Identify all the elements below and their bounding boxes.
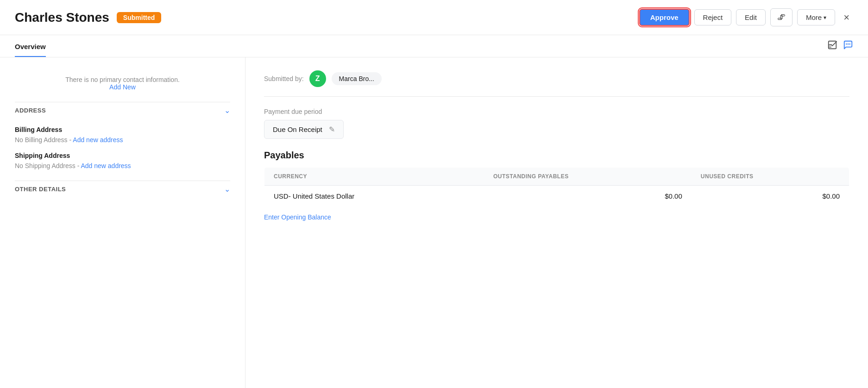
table-header-row: CURRENCY OUTSTANDING PAYABLES UNUSED CRE… bbox=[264, 168, 849, 186]
billing-address-value: No Billing Address - Add new address bbox=[15, 136, 230, 144]
attachment-button[interactable]: 🖇 bbox=[770, 8, 793, 26]
billing-add-new-link[interactable]: Add new address bbox=[73, 136, 123, 144]
tabs-bar: Overview bbox=[0, 35, 868, 57]
no-contact-text: There is no primary contact information. bbox=[65, 76, 180, 83]
more-label: More bbox=[806, 13, 822, 21]
cell-currency: USD- United States Dollar bbox=[264, 186, 484, 207]
chat-icon bbox=[843, 40, 853, 50]
header: Charles Stones Submitted Approve Reject … bbox=[0, 0, 868, 35]
edit-pencil-icon[interactable]: ✎ bbox=[329, 125, 335, 134]
payables-table: CURRENCY OUTSTANDING PAYABLES UNUSED CRE… bbox=[264, 167, 849, 207]
address-chevron-icon[interactable]: ⌄ bbox=[224, 106, 230, 115]
address-section-title: ADDRESS bbox=[15, 107, 46, 114]
header-actions: Approve Reject Edit 🖇 More ▾ × bbox=[639, 8, 853, 26]
checklist-icon-button[interactable] bbox=[827, 40, 837, 52]
submitted-by-label: Submitted by: bbox=[264, 75, 304, 82]
page-wrapper: Charles Stones Submitted Approve Reject … bbox=[0, 0, 868, 388]
content-area: There is no primary contact information.… bbox=[0, 57, 868, 388]
status-badge: Submitted bbox=[117, 12, 161, 23]
chevron-down-icon: ▾ bbox=[824, 14, 826, 21]
col-currency: CURRENCY bbox=[264, 168, 484, 186]
address-section: ADDRESS ⌄ Billing Address No Billing Add… bbox=[15, 102, 230, 169]
table-row: USD- United States Dollar $0.00 $0.00 bbox=[264, 186, 849, 207]
other-details-chevron-icon[interactable]: ⌄ bbox=[224, 185, 230, 194]
svg-point-5 bbox=[849, 44, 850, 44]
chat-icon-button[interactable] bbox=[843, 40, 853, 52]
page-title: Charles Stones bbox=[15, 10, 109, 25]
submitter-name: Marca Bro... bbox=[332, 72, 382, 85]
other-details-section: OTHER DETAILS ⌄ bbox=[15, 181, 230, 197]
no-contact-info: There is no primary contact information.… bbox=[15, 70, 230, 91]
tab-overview[interactable]: Overview bbox=[15, 35, 46, 57]
payables-section: Payables CURRENCY OUTSTANDING PAYABLES U… bbox=[264, 150, 849, 221]
tab-icons bbox=[827, 40, 853, 52]
add-new-link[interactable]: Add New bbox=[109, 83, 136, 91]
svg-point-4 bbox=[848, 44, 849, 44]
right-panel: Submitted by: Z Marca Bro... Payment due… bbox=[245, 57, 868, 388]
payables-title: Payables bbox=[264, 150, 849, 161]
other-details-section-header: OTHER DETAILS ⌄ bbox=[15, 181, 230, 197]
payment-section: Payment due period Due On Receipt ✎ bbox=[264, 108, 849, 139]
attachment-icon: 🖇 bbox=[777, 13, 786, 22]
payment-value-row: Due On Receipt ✎ bbox=[264, 120, 849, 139]
payment-due-value: Due On Receipt bbox=[273, 125, 322, 133]
col-outstanding: OUTSTANDING PAYABLES bbox=[484, 168, 692, 186]
payment-due-label: Payment due period bbox=[264, 108, 849, 115]
enter-opening-balance-link[interactable]: Enter Opening Balance bbox=[264, 213, 849, 221]
col-unused: UNUSED CREDITS bbox=[692, 168, 849, 186]
shipping-address-value: No Shipping Address - Add new address bbox=[15, 162, 230, 169]
submitter-avatar: Z bbox=[309, 70, 326, 87]
shipping-add-new-link[interactable]: Add new address bbox=[81, 162, 131, 169]
left-panel: There is no primary contact information.… bbox=[0, 57, 245, 388]
billing-address-block: Billing Address No Billing Address - Add… bbox=[15, 126, 230, 144]
shipping-address-block: Shipping Address No Shipping Address - A… bbox=[15, 152, 230, 169]
close-button[interactable]: × bbox=[840, 10, 853, 25]
cell-outstanding: $0.00 bbox=[484, 186, 692, 207]
other-details-title: OTHER DETAILS bbox=[15, 186, 66, 193]
svg-point-3 bbox=[846, 44, 847, 44]
submitted-by-row: Submitted by: Z Marca Bro... bbox=[264, 70, 849, 97]
header-left: Charles Stones Submitted bbox=[15, 10, 161, 25]
billing-address-label: Billing Address bbox=[15, 126, 230, 133]
payment-value-box: Due On Receipt ✎ bbox=[264, 120, 344, 139]
edit-button[interactable]: Edit bbox=[736, 9, 766, 25]
approve-button[interactable]: Approve bbox=[639, 9, 690, 26]
shipping-address-label: Shipping Address bbox=[15, 152, 230, 159]
address-section-header: ADDRESS ⌄ bbox=[15, 102, 230, 119]
reject-button[interactable]: Reject bbox=[694, 9, 732, 25]
more-button[interactable]: More ▾ bbox=[797, 9, 835, 25]
checklist-icon bbox=[827, 40, 837, 50]
cell-unused: $0.00 bbox=[692, 186, 849, 207]
